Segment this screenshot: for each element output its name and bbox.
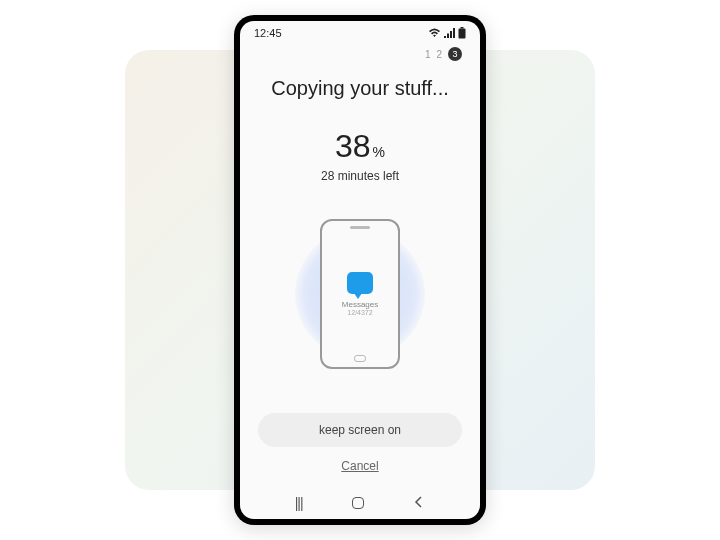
wifi-icon: [428, 28, 441, 38]
progress-percent: 38: [335, 128, 371, 164]
nav-back-button[interactable]: [413, 495, 425, 511]
phone-frame: 12:45 1 2 3 Copying your stuff... 38%: [234, 15, 486, 525]
progress-display: 38% 28 minutes left: [240, 128, 480, 183]
step-3-active: 3: [448, 47, 462, 61]
step-1: 1: [425, 49, 431, 60]
current-item-label: Messages: [342, 300, 378, 309]
cancel-link[interactable]: Cancel: [341, 459, 378, 473]
phone-screen: 12:45 1 2 3 Copying your stuff... 38%: [240, 21, 480, 519]
page-title: Copying your stuff...: [240, 77, 480, 100]
percent-symbol: %: [373, 144, 385, 160]
android-nav-bar: |||: [240, 485, 480, 519]
transfer-illustration: Messages 12/4372: [240, 199, 480, 389]
status-bar: 12:45: [240, 21, 480, 41]
svg-rect-1: [459, 29, 466, 39]
mini-phone-graphic: Messages 12/4372: [320, 219, 400, 369]
svg-rect-0: [461, 27, 464, 29]
current-item-count: 12/4372: [347, 309, 372, 316]
nav-home-button[interactable]: [352, 497, 364, 509]
action-area: keep screen on Cancel: [240, 405, 480, 485]
nav-recent-button[interactable]: |||: [295, 495, 303, 511]
battery-icon: [458, 27, 466, 39]
progress-eta: 28 minutes left: [240, 169, 480, 183]
keep-screen-on-button[interactable]: keep screen on: [258, 413, 462, 447]
status-icons: [428, 27, 466, 39]
messages-icon: [347, 272, 373, 294]
step-indicator: 1 2 3: [240, 41, 480, 67]
status-time: 12:45: [254, 27, 282, 39]
signal-icon: [444, 28, 455, 38]
step-2: 2: [436, 49, 442, 60]
